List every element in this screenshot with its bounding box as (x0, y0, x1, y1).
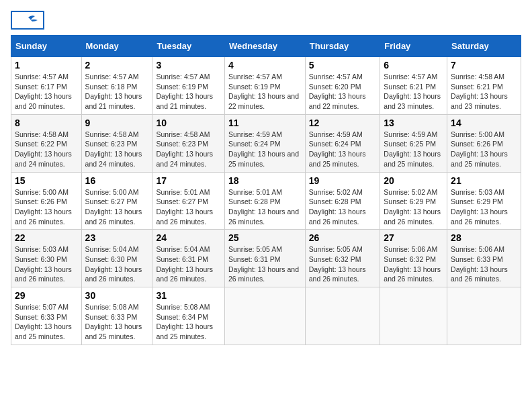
day-number: 21 (451, 175, 517, 186)
calendar-cell: 1 Sunrise: 4:57 AMSunset: 6:17 PMDayligh… (11, 57, 82, 115)
column-header-monday: Monday (81, 36, 152, 57)
day-number: 15 (15, 175, 78, 186)
day-number: 30 (85, 290, 149, 301)
week-row-4: 22 Sunrise: 5:03 AMSunset: 6:30 PMDaylig… (11, 230, 521, 287)
day-info: Sunrise: 5:00 AMSunset: 6:26 PMDaylight:… (451, 130, 517, 169)
day-info: Sunrise: 4:57 AMSunset: 6:18 PMDaylight:… (85, 72, 149, 111)
day-info: Sunrise: 5:01 AMSunset: 6:28 PMDaylight:… (228, 187, 302, 227)
page-header (11, 11, 521, 30)
calendar-cell (224, 287, 305, 345)
day-info: Sunrise: 4:59 AMSunset: 6:25 PMDaylight:… (384, 130, 443, 169)
day-info: Sunrise: 4:58 AMSunset: 6:23 PMDaylight:… (156, 130, 221, 169)
day-info: Sunrise: 5:03 AMSunset: 6:30 PMDaylight:… (15, 244, 78, 284)
day-info: Sunrise: 5:04 AMSunset: 6:30 PMDaylight:… (85, 244, 149, 284)
calendar-cell: 11 Sunrise: 4:59 AMSunset: 6:24 PMDaylig… (224, 114, 305, 172)
calendar-cell: 19 Sunrise: 5:02 AMSunset: 6:28 PMDaylig… (305, 172, 380, 230)
calendar-cell: 9 Sunrise: 4:58 AMSunset: 6:23 PMDayligh… (81, 114, 152, 172)
day-info: Sunrise: 5:05 AMSunset: 6:31 PMDaylight:… (228, 244, 302, 284)
day-number: 17 (156, 175, 221, 186)
logo (11, 11, 44, 30)
day-info: Sunrise: 5:02 AMSunset: 6:29 PMDaylight:… (384, 187, 443, 227)
calendar-cell: 25 Sunrise: 5:05 AMSunset: 6:31 PMDaylig… (224, 230, 305, 287)
day-info: Sunrise: 4:59 AMSunset: 6:24 PMDaylight:… (309, 130, 377, 169)
calendar-cell (305, 287, 380, 345)
calendar-cell (447, 287, 521, 345)
calendar-cell: 31 Sunrise: 5:08 AMSunset: 6:34 PMDaylig… (152, 287, 225, 345)
day-info: Sunrise: 4:57 AMSunset: 6:17 PMDaylight:… (15, 72, 78, 111)
week-row-5: 29 Sunrise: 5:07 AMSunset: 6:33 PMDaylig… (11, 287, 521, 345)
calendar-cell: 16 Sunrise: 5:00 AMSunset: 6:27 PMDaylig… (81, 172, 152, 230)
calendar-cell: 14 Sunrise: 5:00 AMSunset: 6:26 PMDaylig… (447, 114, 521, 172)
calendar-cell: 4 Sunrise: 4:57 AMSunset: 6:19 PMDayligh… (224, 57, 305, 115)
day-number: 19 (309, 175, 377, 186)
day-number: 31 (156, 290, 221, 301)
day-number: 25 (228, 232, 302, 243)
day-number: 2 (85, 60, 149, 71)
day-number: 23 (85, 232, 149, 243)
day-number: 6 (384, 60, 443, 71)
column-header-sunday: Sunday (11, 36, 82, 57)
day-info: Sunrise: 4:57 AMSunset: 6:21 PMDaylight:… (384, 72, 443, 111)
day-number: 27 (384, 232, 443, 243)
day-info: Sunrise: 5:02 AMSunset: 6:28 PMDaylight:… (309, 187, 377, 227)
day-info: Sunrise: 5:05 AMSunset: 6:32 PMDaylight:… (309, 244, 377, 284)
day-info: Sunrise: 4:58 AMSunset: 6:22 PMDaylight:… (15, 130, 78, 169)
calendar-cell: 10 Sunrise: 4:58 AMSunset: 6:23 PMDaylig… (152, 114, 225, 172)
day-number: 3 (156, 60, 221, 71)
day-info: Sunrise: 4:58 AMSunset: 6:21 PMDaylight:… (451, 72, 517, 111)
day-info: Sunrise: 4:57 AMSunset: 6:20 PMDaylight:… (309, 72, 377, 111)
day-info: Sunrise: 4:57 AMSunset: 6:19 PMDaylight:… (228, 72, 302, 111)
calendar-cell: 2 Sunrise: 4:57 AMSunset: 6:18 PMDayligh… (81, 57, 152, 115)
day-info: Sunrise: 5:06 AMSunset: 6:32 PMDaylight:… (384, 244, 443, 284)
calendar-cell: 7 Sunrise: 4:58 AMSunset: 6:21 PMDayligh… (447, 57, 521, 115)
day-number: 8 (15, 118, 78, 128)
calendar-cell: 29 Sunrise: 5:07 AMSunset: 6:33 PMDaylig… (11, 287, 82, 345)
calendar-cell: 26 Sunrise: 5:05 AMSunset: 6:32 PMDaylig… (305, 230, 380, 287)
calendar-cell: 22 Sunrise: 5:03 AMSunset: 6:30 PMDaylig… (11, 230, 82, 287)
calendar-cell: 3 Sunrise: 4:57 AMSunset: 6:19 PMDayligh… (152, 57, 225, 115)
calendar-cell: 13 Sunrise: 4:59 AMSunset: 6:25 PMDaylig… (380, 114, 447, 172)
calendar-cell: 18 Sunrise: 5:01 AMSunset: 6:28 PMDaylig… (224, 172, 305, 230)
day-number: 11 (228, 118, 302, 128)
calendar-cell: 5 Sunrise: 4:57 AMSunset: 6:20 PMDayligh… (305, 57, 380, 115)
day-number: 20 (384, 175, 443, 186)
day-number: 22 (15, 232, 78, 243)
day-number: 16 (85, 175, 149, 186)
calendar-table: SundayMondayTuesdayWednesdayThursdayFrid… (11, 35, 521, 345)
calendar-cell: 30 Sunrise: 5:08 AMSunset: 6:33 PMDaylig… (81, 287, 152, 345)
day-number: 9 (85, 118, 149, 128)
calendar-cell: 8 Sunrise: 4:58 AMSunset: 6:22 PMDayligh… (11, 114, 82, 172)
day-number: 4 (228, 60, 302, 71)
column-header-thursday: Thursday (305, 36, 380, 57)
day-number: 18 (228, 175, 302, 186)
column-header-tuesday: Tuesday (152, 36, 225, 57)
calendar-cell: 21 Sunrise: 5:03 AMSunset: 6:29 PMDaylig… (447, 172, 521, 230)
calendar-cell (380, 287, 447, 345)
calendar-cell: 28 Sunrise: 5:06 AMSunset: 6:33 PMDaylig… (447, 230, 521, 287)
day-number: 7 (451, 60, 517, 71)
calendar-cell: 6 Sunrise: 4:57 AMSunset: 6:21 PMDayligh… (380, 57, 447, 115)
column-header-friday: Friday (380, 36, 447, 57)
day-number: 10 (156, 118, 221, 128)
calendar-cell: 23 Sunrise: 5:04 AMSunset: 6:30 PMDaylig… (81, 230, 152, 287)
day-info: Sunrise: 4:58 AMSunset: 6:23 PMDaylight:… (85, 130, 149, 169)
week-row-1: 1 Sunrise: 4:57 AMSunset: 6:17 PMDayligh… (11, 57, 521, 115)
day-info: Sunrise: 4:57 AMSunset: 6:19 PMDaylight:… (156, 72, 221, 111)
calendar-cell: 12 Sunrise: 4:59 AMSunset: 6:24 PMDaylig… (305, 114, 380, 172)
day-number: 28 (451, 232, 517, 243)
calendar-cell: 24 Sunrise: 5:04 AMSunset: 6:31 PMDaylig… (152, 230, 225, 287)
calendar-cell: 17 Sunrise: 5:01 AMSunset: 6:27 PMDaylig… (152, 172, 225, 230)
day-number: 29 (15, 290, 78, 301)
day-info: Sunrise: 5:07 AMSunset: 6:33 PMDaylight:… (15, 302, 78, 342)
day-info: Sunrise: 5:08 AMSunset: 6:33 PMDaylight:… (85, 302, 149, 342)
day-info: Sunrise: 5:04 AMSunset: 6:31 PMDaylight:… (156, 244, 221, 284)
day-number: 26 (309, 232, 377, 243)
day-info: Sunrise: 4:59 AMSunset: 6:24 PMDaylight:… (228, 130, 302, 169)
day-number: 5 (309, 60, 377, 71)
day-info: Sunrise: 5:03 AMSunset: 6:29 PMDaylight:… (451, 187, 517, 227)
day-info: Sunrise: 5:00 AMSunset: 6:27 PMDaylight:… (85, 187, 149, 227)
day-number: 12 (309, 118, 377, 128)
day-number: 24 (156, 232, 221, 243)
column-header-wednesday: Wednesday (224, 36, 305, 57)
calendar-cell: 27 Sunrise: 5:06 AMSunset: 6:32 PMDaylig… (380, 230, 447, 287)
